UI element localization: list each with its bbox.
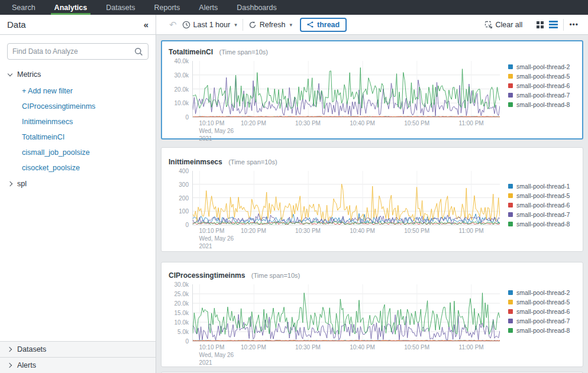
chart-card-inittimeinmsecs[interactable]: Inittimeinmsecs (Time span=10s) 40030020… — [161, 147, 583, 252]
chart-card-ciprocessingtimeinms[interactable]: CIProcessingtimeinms (Time span=10s) 30.… — [161, 262, 583, 367]
alerts-section-label: Alerts — [17, 361, 36, 369]
legend-item-small-pool-thread-8[interactable]: small-pool-thread-8 — [508, 220, 576, 228]
find-data-searchbox[interactable] — [7, 43, 148, 60]
y-tick-label: 200 — [179, 195, 189, 202]
nav-item-analytics[interactable]: Analytics — [53, 0, 89, 15]
legend-item-small-pool-thread-8[interactable]: small-pool-thread-8 — [508, 327, 576, 334]
datasets-section-label: Datasets — [17, 345, 46, 353]
caret-down-icon: ▾ — [234, 22, 237, 28]
list-view-button[interactable] — [549, 21, 558, 28]
plot-area[interactable] — [192, 171, 500, 225]
nav-item-datasets[interactable]: Datasets — [105, 0, 136, 15]
legend: small-pool-thread-2small-pool-thread-5sm… — [500, 289, 576, 363]
metric-link-ciprocessingtimeinms[interactable]: CIProcessingtimeinms — [0, 99, 156, 114]
legend-item-small-pool-thread-7[interactable]: small-pool-thread-7 — [508, 317, 576, 325]
y-tick-label: 5.0k — [177, 329, 189, 335]
grid-view-button[interactable] — [537, 21, 544, 28]
legend-swatch — [508, 93, 513, 98]
legend-swatch — [508, 212, 513, 217]
legend-item-small-pool-thread-5[interactable]: small-pool-thread-5 — [508, 299, 576, 306]
chart-title: TotaltimeinCI — [169, 48, 213, 56]
sidebar-section-datasets[interactable]: Datasets — [0, 341, 156, 357]
x-axis: 10:10 PMWed, May 26202110:20 PM10:30 PM1… — [192, 342, 500, 363]
y-tick-label: 0 — [185, 222, 189, 228]
legend-swatch — [508, 222, 513, 226]
panel-title: Data — [7, 20, 26, 30]
chart-title: Inittimeinmsecs — [169, 158, 222, 166]
legend-item-small-pool-thread-6[interactable]: small-pool-thread-6 — [508, 308, 576, 315]
y-tick-label: 10.0k — [175, 100, 189, 106]
legend-item-small-pool-thread-7[interactable]: small-pool-thread-7 — [508, 92, 576, 99]
legend-label: small-pool-thread-1 — [516, 183, 570, 190]
y-tick-label: 30.0k — [175, 72, 189, 79]
metric-link-cisocket-poolsize[interactable]: cisocket_poolsize — [0, 160, 156, 176]
legend-label: small-pool-thread-7 — [516, 92, 570, 99]
legend-item-small-pool-thread-2[interactable]: small-pool-thread-2 — [508, 63, 576, 70]
metric-link-inittimeinmsecs[interactable]: Inittimeinmsecs — [0, 114, 156, 129]
legend-swatch — [508, 203, 513, 207]
refresh-icon — [248, 21, 257, 29]
y-axis: 4003002001000 — [169, 171, 192, 248]
tree-node-spl[interactable]: spl — [0, 176, 156, 192]
plot-area[interactable] — [192, 284, 500, 342]
top-nav: SearchAnalyticsDatasetsReportsAlertsDash… — [0, 0, 588, 15]
metric-link-totaltimeinci[interactable]: TotaltimeinCI — [0, 129, 156, 145]
y-tick-label: 10.0k — [175, 319, 189, 326]
y-tick-label: 20.0k — [175, 300, 189, 307]
legend-item-small-pool-thread-5[interactable]: small-pool-thread-5 — [508, 192, 576, 199]
legend-label: small-pool-thread-6 — [516, 202, 570, 209]
clear-all-icon — [484, 21, 493, 29]
time-range-picker[interactable]: Last 1 hour ▾ — [182, 21, 237, 29]
legend-item-small-pool-thread-1[interactable]: small-pool-thread-1 — [508, 183, 576, 190]
x-tick-label: 10:10 PMWed, May 262021 — [199, 119, 234, 142]
x-tick-label: 10:10 PMWed, May 262021 — [199, 343, 234, 366]
legend-label: small-pool-thread-2 — [516, 63, 570, 70]
nav-item-reports[interactable]: Reports — [153, 0, 182, 15]
collapse-panel-icon[interactable]: « — [144, 20, 148, 30]
data-panel-header: Data « — [0, 15, 156, 34]
nav-item-dashboards[interactable]: Dashboards — [235, 0, 277, 15]
search-input[interactable] — [12, 47, 134, 56]
y-tick-label: 15.0k — [175, 310, 189, 316]
legend-label: small-pool-thread-8 — [516, 101, 570, 108]
more-options-button[interactable]: ••• — [569, 21, 579, 29]
x-tick-label: 10:50 PM — [404, 119, 429, 127]
x-tick-label: 11:00 PM — [459, 227, 484, 235]
split-by-thread-chip[interactable]: thread — [300, 18, 347, 32]
legend-item-small-pool-thread-7[interactable]: small-pool-thread-7 — [508, 211, 576, 218]
legend-label: small-pool-thread-6 — [516, 308, 570, 315]
x-tick-label: 10:30 PM — [295, 343, 321, 351]
clear-all-button[interactable]: Clear all — [484, 21, 523, 29]
add-new-filter-link[interactable]: + Add new filter — [0, 83, 156, 99]
legend-item-small-pool-thread-2[interactable]: small-pool-thread-2 — [508, 289, 576, 296]
chevron-right-icon — [8, 181, 12, 186]
legend-item-small-pool-thread-5[interactable]: small-pool-thread-5 — [508, 73, 576, 80]
x-tick-label: 10:50 PM — [404, 227, 429, 235]
undo-icon[interactable]: ↶ — [169, 20, 177, 30]
legend-item-small-pool-thread-6[interactable]: small-pool-thread-6 — [508, 82, 576, 89]
sidebar-section-alerts[interactable]: Alerts — [0, 357, 156, 373]
caret-down-icon: ▾ — [289, 22, 292, 28]
chevron-right-icon — [7, 347, 12, 352]
chevron-down-icon — [8, 71, 12, 76]
plot-area[interactable] — [192, 61, 500, 118]
legend-swatch — [508, 102, 513, 107]
legend-label: small-pool-thread-8 — [516, 220, 570, 228]
legend-item-small-pool-thread-8[interactable]: small-pool-thread-8 — [508, 101, 576, 108]
legend-item-small-pool-thread-6[interactable]: small-pool-thread-6 — [508, 202, 576, 209]
legend-swatch — [508, 83, 513, 88]
x-tick-label: 10:40 PM — [350, 227, 375, 235]
chevron-right-icon — [7, 363, 12, 368]
x-axis: 10:10 PMWed, May 26202110:20 PM10:30 PM1… — [192, 225, 500, 248]
split-chip-label: thread — [317, 21, 340, 29]
x-tick-label: 10:20 PM — [241, 119, 266, 127]
y-tick-label: 400 — [179, 168, 189, 174]
nav-item-search[interactable]: Search — [11, 0, 37, 15]
nav-item-alerts[interactable]: Alerts — [198, 0, 219, 15]
tree-node-metrics[interactable]: Metrics — [0, 66, 156, 83]
y-tick-label: 25.0k — [175, 291, 189, 297]
refresh-button[interactable]: Refresh ▾ — [248, 21, 292, 29]
chart-card-totaltimeinci[interactable]: TotaltimeinCI (Time span=10s) 40.0k30.0k… — [161, 40, 583, 140]
legend-label: small-pool-thread-5 — [516, 73, 570, 80]
metric-link-cismall-job-poolsize[interactable]: cismall_job_poolsize — [0, 145, 156, 160]
